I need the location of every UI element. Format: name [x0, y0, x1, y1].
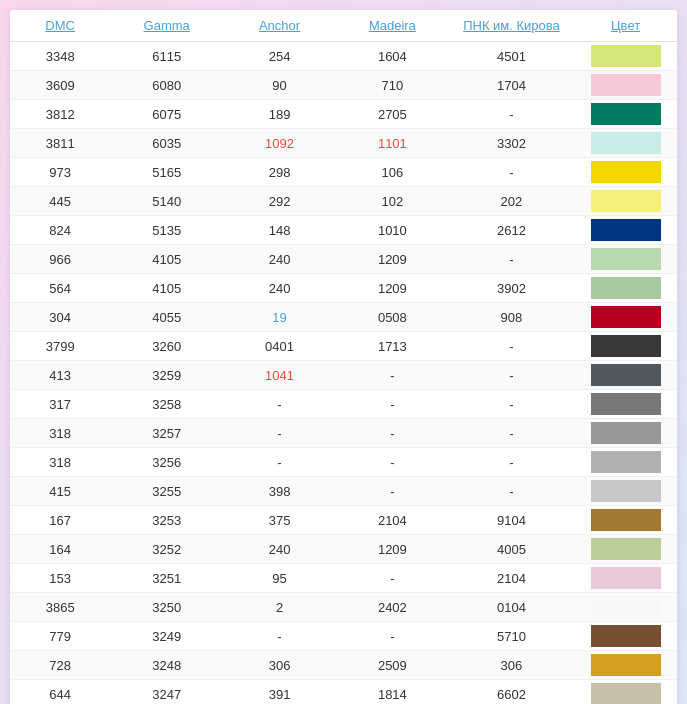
cell-madeira: 2509	[336, 651, 449, 680]
cell-madeira: -	[336, 622, 449, 651]
cell-pnk: 3902	[449, 274, 574, 303]
cell-anchor: -	[223, 390, 336, 419]
cell-color	[574, 535, 677, 564]
cell-anchor: 90	[223, 71, 336, 100]
cell-dmc: 153	[10, 564, 110, 593]
cell-gamma: 5135	[110, 216, 223, 245]
color-swatch	[591, 103, 661, 125]
cell-madeira: 2104	[336, 506, 449, 535]
cell-dmc: 413	[10, 361, 110, 390]
cell-madeira: -	[336, 477, 449, 506]
cell-dmc: 415	[10, 477, 110, 506]
color-swatch	[591, 538, 661, 560]
cell-color	[574, 448, 677, 477]
cell-color	[574, 680, 677, 705]
color-swatch	[591, 567, 661, 589]
cell-madeira: 2402	[336, 593, 449, 622]
cell-dmc: 3865	[10, 593, 110, 622]
color-swatch	[591, 219, 661, 241]
cell-color	[574, 274, 677, 303]
cell-dmc: 3799	[10, 332, 110, 361]
cell-gamma: 3255	[110, 477, 223, 506]
cell-dmc: 304	[10, 303, 110, 332]
cell-pnk: -	[449, 158, 574, 187]
cell-color	[574, 390, 677, 419]
cell-dmc: 779	[10, 622, 110, 651]
table-row: 304 4055 19 0508 908	[10, 303, 677, 332]
cell-madeira: 1814	[336, 680, 449, 705]
cell-gamma: 3257	[110, 419, 223, 448]
color-swatch	[591, 451, 661, 473]
table-row: 415 3255 398 - -	[10, 477, 677, 506]
cell-dmc: 3348	[10, 42, 110, 71]
cell-gamma: 3249	[110, 622, 223, 651]
color-swatch	[591, 45, 661, 67]
main-table-container: DMC Gamma Anchor Madeira ПНК им. Кирова …	[10, 10, 677, 704]
cell-pnk: 306	[449, 651, 574, 680]
cell-anchor: 1092	[223, 129, 336, 158]
cell-pnk: -	[449, 361, 574, 390]
cell-pnk: -	[449, 477, 574, 506]
cell-anchor: 398	[223, 477, 336, 506]
cell-gamma: 3253	[110, 506, 223, 535]
cell-gamma: 3256	[110, 448, 223, 477]
cell-gamma: 3259	[110, 361, 223, 390]
color-swatch	[591, 422, 661, 444]
cell-madeira: 106	[336, 158, 449, 187]
color-swatch	[591, 74, 661, 96]
color-swatch	[591, 596, 661, 618]
cell-dmc: 318	[10, 419, 110, 448]
cell-gamma: 3250	[110, 593, 223, 622]
cell-pnk: 0104	[449, 593, 574, 622]
cell-color	[574, 42, 677, 71]
cell-pnk: -	[449, 100, 574, 129]
cell-gamma: 4055	[110, 303, 223, 332]
header-madeira[interactable]: Madeira	[336, 10, 449, 42]
table-row: 3865 3250 2 2402 0104	[10, 593, 677, 622]
cell-anchor: 0401	[223, 332, 336, 361]
cell-madeira: -	[336, 564, 449, 593]
cell-gamma: 6115	[110, 42, 223, 71]
header-color[interactable]: Цвет	[574, 10, 677, 42]
cell-pnk: 4005	[449, 535, 574, 564]
cell-pnk: -	[449, 245, 574, 274]
cell-color	[574, 506, 677, 535]
cell-color	[574, 303, 677, 332]
cell-dmc: 728	[10, 651, 110, 680]
cell-gamma: 6035	[110, 129, 223, 158]
cell-color	[574, 158, 677, 187]
table-row: 318 3256 - - -	[10, 448, 677, 477]
cell-madeira: -	[336, 361, 449, 390]
color-swatch	[591, 248, 661, 270]
cell-gamma: 3247	[110, 680, 223, 705]
cell-anchor: -	[223, 448, 336, 477]
cell-color	[574, 622, 677, 651]
color-swatch	[591, 509, 661, 531]
cell-dmc: 3811	[10, 129, 110, 158]
header-gamma[interactable]: Gamma	[110, 10, 223, 42]
header-dmc[interactable]: DMC	[10, 10, 110, 42]
color-swatch	[591, 480, 661, 502]
cell-pnk: -	[449, 332, 574, 361]
cell-madeira: -	[336, 448, 449, 477]
cell-gamma: 4105	[110, 245, 223, 274]
header-anchor[interactable]: Anchor	[223, 10, 336, 42]
cell-dmc: 167	[10, 506, 110, 535]
cell-color	[574, 564, 677, 593]
table-row: 317 3258 - - -	[10, 390, 677, 419]
cell-madeira: 710	[336, 71, 449, 100]
header-row: DMC Gamma Anchor Madeira ПНК им. Кирова …	[10, 10, 677, 42]
cell-color	[574, 593, 677, 622]
table-row: 728 3248 306 2509 306	[10, 651, 677, 680]
cell-pnk: 1704	[449, 71, 574, 100]
table-row: 824 5135 148 1010 2612	[10, 216, 677, 245]
table-row: 966 4105 240 1209 -	[10, 245, 677, 274]
cell-pnk: 6602	[449, 680, 574, 705]
color-swatch	[591, 654, 661, 676]
table-row: 3348 6115 254 1604 4501	[10, 42, 677, 71]
cell-color	[574, 361, 677, 390]
cell-madeira: 1713	[336, 332, 449, 361]
table-row: 167 3253 375 2104 9104	[10, 506, 677, 535]
cell-anchor: 240	[223, 535, 336, 564]
header-pnk[interactable]: ПНК им. Кирова	[449, 10, 574, 42]
